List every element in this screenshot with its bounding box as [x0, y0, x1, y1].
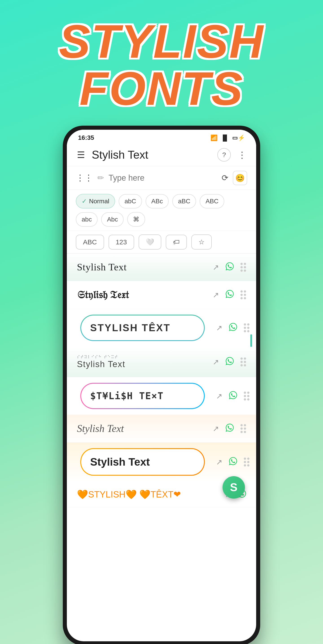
drag-handle-1[interactable]: [240, 263, 246, 272]
font-item-3[interactable]: STYLISH TÊXT: [80, 314, 205, 341]
share-button-2[interactable]: ↗: [213, 290, 219, 299]
fab-button[interactable]: S: [222, 476, 245, 498]
whatsapp-button-6[interactable]: [226, 424, 234, 434]
refresh-icon[interactable]: ⟳: [222, 173, 228, 183]
app-bar-icons: ? ⋮: [217, 148, 246, 162]
font-actions-5: ↗: [216, 391, 250, 401]
whatsapp-button-5[interactable]: [229, 391, 237, 401]
font-text-2: 𝔖𝔱𝔶𝔩𝔦𝔰𝔥 𝔗𝔢𝔵𝔱: [77, 289, 213, 301]
share-button-7[interactable]: ↗: [216, 458, 222, 466]
share-button-4[interactable]: ↗: [213, 358, 219, 366]
text-input[interactable]: [108, 173, 217, 183]
font-text-6: Stylish Text: [77, 422, 213, 434]
wifi-icon: 📶: [210, 134, 218, 141]
filter-tab-abc-small[interactable]: abc: [76, 212, 98, 227]
filter-tabs-row: Normal abC ABc aBC ABC abc Abc ⌘: [67, 190, 256, 231]
font-text-7: Stylish Text: [90, 456, 195, 468]
filter-tab-abc-mixed[interactable]: aBC: [172, 194, 196, 208]
font-actions-3: ↗: [216, 323, 250, 333]
more-button[interactable]: ⋮: [238, 150, 246, 160]
font-text-4: ⠎⠞⠽⠇⠊⠎⠓ ⠞⠑⠭⠞ Stylish Text: [77, 354, 213, 369]
font-text-1: Stylish Text: [77, 262, 213, 273]
grid-icon[interactable]: ⋮⋮: [76, 173, 93, 183]
font-item-4: ⠎⠞⠽⠇⠊⠎⠓ ⠞⠑⠭⠞ Stylish Text ↗: [67, 347, 256, 377]
filter-tab-normal[interactable]: Normal: [76, 194, 115, 208]
app-title-line2: FONTS: [80, 65, 244, 112]
signal-icon: ▐▌: [221, 134, 229, 141]
share-button-1[interactable]: ↗: [213, 263, 219, 272]
filter-tab-special[interactable]: ⌘: [127, 212, 145, 227]
whatsapp-button-1[interactable]: [226, 262, 234, 272]
filter-heart-box[interactable]: 🤍: [138, 234, 161, 250]
font-item-1: Stylish Text ↗: [67, 254, 256, 281]
app-title-area: STYLISH FONTS: [0, 0, 323, 126]
share-button-3[interactable]: ↗: [216, 323, 222, 332]
phone-screen: 16:35 📶 ▐▌ ▭⚡ ☰ Stylish Text ? ⋮ ⋮⋮ ✏ ⟳ …: [67, 130, 256, 641]
app-bar: ☰ Stylish Text ? ⋮: [67, 144, 256, 166]
phone-mockup: 16:35 📶 ▐▌ ▭⚡ ☰ Stylish Text ? ⋮ ⋮⋮ ✏ ⟳ …: [63, 126, 260, 644]
drag-handle-2[interactable]: [240, 290, 246, 299]
font-item-8: 🧡STYLISH🧡 🧡TÊXT❤ ↗ S: [67, 481, 256, 508]
filter-tab-abc-upper[interactable]: ABC: [200, 194, 224, 208]
font-item-2: 𝔖𝔱𝔶𝔩𝔦𝔰𝔥 𝔗𝔢𝔵𝔱 ↗: [67, 281, 256, 309]
filter-abc-box[interactable]: ABC: [76, 235, 104, 250]
drag-handle-4[interactable]: [240, 358, 246, 366]
help-button[interactable]: ?: [217, 148, 231, 162]
whatsapp-button-2[interactable]: [226, 290, 234, 300]
emoji-button[interactable]: 😊: [233, 171, 247, 185]
app-bar-title: Stylish Text: [92, 148, 217, 161]
font-item-5-wrapper: $T¥Li$H TE×T ↗: [67, 377, 256, 415]
font-actions-7: ↗: [216, 457, 250, 467]
filter-tab-abc-title[interactable]: ABc: [146, 194, 169, 208]
font-actions-4: ↗: [213, 357, 246, 367]
whatsapp-button-4[interactable]: [226, 357, 234, 367]
filter-icons-row: ABC 123 🤍 🏷 ☆: [67, 231, 256, 254]
status-time: 16:35: [78, 134, 94, 141]
filter-tab-abc-cap[interactable]: Abc: [101, 212, 124, 227]
whatsapp-button-3[interactable]: [229, 323, 237, 333]
drag-handle-7[interactable]: [244, 458, 250, 466]
font-text-5: $T¥Li$H TE×T: [90, 390, 195, 402]
pencil-icon[interactable]: ✏: [97, 173, 104, 183]
font-item-7[interactable]: Stylish Text: [80, 448, 205, 476]
status-bar: 16:35 📶 ▐▌ ▭⚡: [67, 130, 256, 144]
menu-icon[interactable]: ☰: [77, 150, 85, 160]
drag-handle-5[interactable]: [244, 392, 250, 400]
status-icons: 📶 ▐▌ ▭⚡: [210, 134, 245, 141]
share-button-5[interactable]: ↗: [216, 392, 222, 400]
app-title-line1: STYLISH: [59, 18, 264, 65]
filter-tab-abc-lower[interactable]: abC: [119, 194, 142, 208]
font-item-6: Stylish Text ↗: [67, 415, 256, 442]
drag-handle-3[interactable]: [244, 323, 250, 332]
font-list: Stylish Text ↗ 𝔖𝔱𝔶𝔩𝔦𝔰𝔥 𝔗𝔢𝔵𝔱: [67, 254, 256, 508]
battery-icon: ▭⚡: [232, 134, 245, 141]
font-item-7-wrapper: Stylish Text ↗: [67, 442, 256, 481]
font-item-3-wrapper: STYLISH TÊXT ↗: [67, 309, 256, 347]
filter-tag-box[interactable]: 🏷: [166, 235, 187, 250]
font-item-5[interactable]: $T¥Li$H TE×T: [80, 383, 205, 409]
share-button-6[interactable]: ↗: [213, 424, 219, 433]
font-text-3: STYLISH TÊXT: [90, 322, 195, 334]
input-row: ⋮⋮ ✏ ⟳ 😊: [67, 166, 256, 190]
filter-star-box[interactable]: ☆: [191, 234, 212, 250]
filter-123-box[interactable]: 123: [108, 235, 134, 250]
font-text-8: 🧡STYLISH🧡 🧡TÊXT❤: [77, 489, 225, 500]
drag-handle-6[interactable]: [240, 424, 246, 433]
font-actions-1: ↗: [213, 262, 246, 272]
whatsapp-button-7[interactable]: [229, 457, 237, 467]
font-actions-6: ↗: [213, 424, 246, 434]
font-actions-2: ↗: [213, 290, 246, 300]
